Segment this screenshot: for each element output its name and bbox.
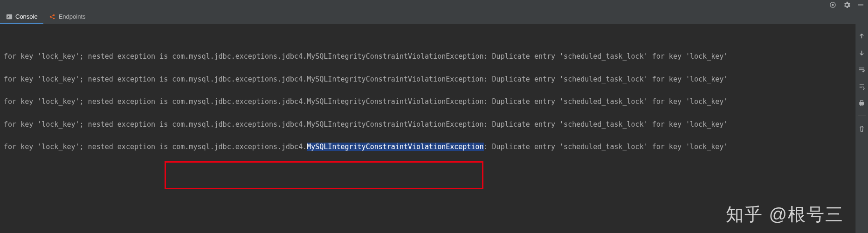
tab-endpoints[interactable]: Endpoints xyxy=(43,10,91,24)
log-text: for key 'lock_key'; nested exception is … xyxy=(4,97,307,106)
log-text: : Duplicate entry 'scheduled_task_lock' … xyxy=(484,120,728,129)
console-icon xyxy=(6,13,13,20)
target-icon[interactable] xyxy=(829,1,836,9)
log-text: for key 'lock_key'; nested exception is … xyxy=(4,52,307,61)
tool-window-tabs: Console Endpoints xyxy=(0,10,868,24)
toolbar-separator xyxy=(858,116,866,116)
watermark-text: 知乎 @根号三 xyxy=(726,203,844,226)
log-line: for key 'lock_key'; nested exception is … xyxy=(4,120,851,130)
log-text: : Duplicate entry 'scheduled_task_lock' … xyxy=(484,97,728,106)
svg-point-1 xyxy=(832,4,834,6)
svg-rect-2 xyxy=(858,5,863,6)
exception-name: MySQLIntegrityConstraintViolationExcepti… xyxy=(307,120,483,129)
exception-name: MySQLIntegrityConstraintViolationExcepti… xyxy=(307,75,483,83)
log-text: for key 'lock_key'; nested exception is … xyxy=(4,75,307,83)
log-text: : Duplicate entry 'scheduled_task_lock' … xyxy=(484,143,728,151)
svg-point-5 xyxy=(53,14,55,16)
log-text: for key 'lock_key'; nested exception is … xyxy=(4,120,307,129)
console-panel: for key 'lock_key'; nested exception is … xyxy=(0,24,855,233)
window-top-bar xyxy=(0,0,868,10)
soft-wrap-icon[interactable] xyxy=(858,65,866,74)
log-text: for key 'lock_key'; nested exception is … xyxy=(4,143,307,151)
tab-label: Endpoints xyxy=(59,13,86,20)
svg-rect-8 xyxy=(861,100,863,102)
console-output[interactable]: for key 'lock_key'; nested exception is … xyxy=(0,24,855,169)
workspace: for key 'lock_key'; nested exception is … xyxy=(0,24,868,233)
exception-name: MySQLIntegrityConstraintViolationExcepti… xyxy=(307,97,483,106)
scroll-up-icon[interactable] xyxy=(858,32,866,40)
svg-point-6 xyxy=(53,17,55,19)
log-line: for key 'lock_key'; nested exception is … xyxy=(4,97,851,107)
tab-label: Console xyxy=(15,13,38,20)
log-line: for key 'lock_key'; nested exception is … xyxy=(4,75,851,84)
log-text: : Duplicate entry 'scheduled_task_lock' … xyxy=(484,52,728,61)
endpoints-icon xyxy=(49,13,56,20)
exception-name: MySQLIntegrityConstraintViolationExcepti… xyxy=(307,52,483,61)
trash-icon[interactable] xyxy=(858,124,866,133)
scroll-down-icon[interactable] xyxy=(858,48,866,57)
exception-name: MySQLIntegrityConstraintViolationExcepti… xyxy=(307,143,483,151)
minimize-icon[interactable] xyxy=(857,1,864,9)
gear-icon[interactable] xyxy=(843,1,850,9)
console-side-toolbar xyxy=(855,24,868,233)
log-text: : Duplicate entry 'scheduled_task_lock' … xyxy=(484,75,728,83)
log-line: for key 'lock_key'; nested exception is … xyxy=(4,143,851,152)
tab-console[interactable]: Console xyxy=(0,10,43,24)
print-icon[interactable] xyxy=(858,99,866,107)
scroll-to-end-icon[interactable] xyxy=(858,82,866,90)
log-line: for key 'lock_key'; nested exception is … xyxy=(4,52,851,62)
